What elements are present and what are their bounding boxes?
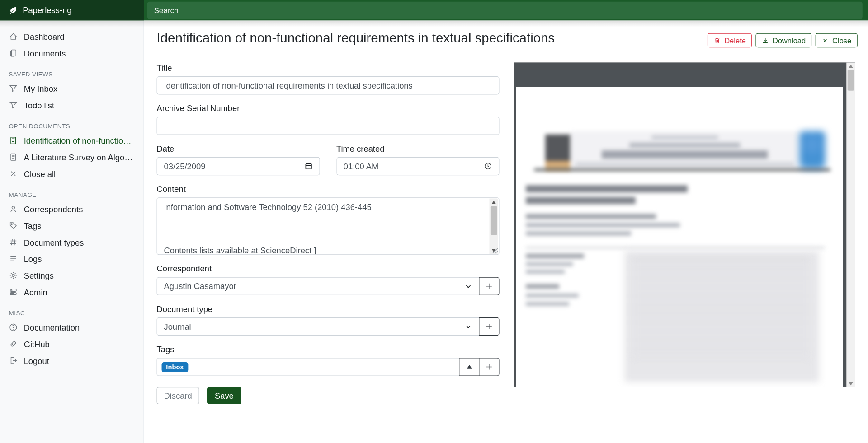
caret-up-icon xyxy=(467,365,472,369)
toggles-icon xyxy=(9,288,18,297)
sidebar-section-open-documents: OPEN DOCUMENTS xyxy=(0,113,143,132)
file-text-icon xyxy=(9,136,18,145)
document-type-label: Document type xyxy=(157,304,500,313)
sidebar-section-misc: MISC xyxy=(0,300,143,319)
scrollbar-thumb[interactable] xyxy=(491,206,497,235)
main-content: Identification of non-functional require… xyxy=(144,20,868,443)
sidebar-item-my-inbox[interactable]: My Inbox xyxy=(0,80,143,97)
scroll-up-icon[interactable] xyxy=(489,199,498,206)
time-created-input[interactable]: 01:00 AM xyxy=(336,157,500,175)
scroll-down-icon[interactable] xyxy=(846,380,855,387)
sidebar-item-correspondents[interactable]: Correspondents xyxy=(0,201,143,217)
page-title: Identification of non-functional require… xyxy=(157,30,555,46)
publisher-logo xyxy=(799,131,826,170)
pdf-scrollbar-thumb[interactable] xyxy=(848,70,854,91)
document-header: Identification of non-functional require… xyxy=(157,30,858,47)
top-navbar: Paperless-ng xyxy=(0,0,868,20)
clock-icon[interactable] xyxy=(484,162,492,170)
sidebar-open-doc-2[interactable]: A Literature Survey on Algorithms for Mu… xyxy=(0,149,143,165)
time-created-label: Time created xyxy=(336,144,500,153)
sidebar-section-manage: MANAGE xyxy=(0,182,143,201)
gear-icon xyxy=(9,271,18,280)
chevron-down-icon xyxy=(464,282,472,290)
content-scrollbar[interactable] xyxy=(489,199,498,254)
document-type-select[interactable]: Journal xyxy=(157,317,480,336)
asn-label: Archive Serial Number xyxy=(157,103,500,113)
date-input[interactable]: 03/25/2009 xyxy=(157,157,320,175)
document-actions: Delete Download Close xyxy=(708,33,857,47)
file-text-icon xyxy=(9,153,18,162)
sidebar-item-tags[interactable]: Tags xyxy=(0,217,143,234)
collapse-tags-button[interactable] xyxy=(459,358,479,376)
tags-field[interactable]: Inbox xyxy=(157,358,460,376)
chevron-down-icon xyxy=(464,322,472,330)
sidebar-item-dashboard[interactable]: Dashboard xyxy=(0,28,143,45)
plus-icon xyxy=(485,322,493,331)
sidebar-item-document-types[interactable]: Document types xyxy=(0,234,143,251)
tag-badge[interactable]: Inbox xyxy=(162,362,189,372)
close-icon xyxy=(9,169,18,178)
documents-icon xyxy=(9,49,18,58)
sidebar-item-admin[interactable]: Admin xyxy=(0,284,143,300)
app-brand[interactable]: Paperless-ng xyxy=(0,0,144,20)
sidebar-item-settings[interactable]: Settings xyxy=(0,267,143,284)
leaf-logo-icon xyxy=(8,6,17,15)
tags-label: Tags xyxy=(157,345,500,354)
resize-grip-icon[interactable] xyxy=(492,248,498,254)
logout-icon xyxy=(9,356,18,365)
add-document-type-button[interactable] xyxy=(479,317,499,336)
sidebar-section-saved-views: SAVED VIEWS xyxy=(0,61,143,80)
sidebar-item-close-all[interactable]: Close all xyxy=(0,165,143,182)
sidebar-item-logs[interactable]: Logs xyxy=(0,251,143,267)
plus-icon xyxy=(485,363,493,371)
sidebar-item-todo-list[interactable]: Todo list xyxy=(0,97,143,113)
question-circle-icon xyxy=(9,323,18,332)
download-button[interactable]: Download xyxy=(756,33,812,47)
pdf-scrollbar[interactable] xyxy=(846,62,855,387)
date-label: Date xyxy=(157,144,320,153)
sidebar-open-doc-1[interactable]: Identification of non-functional require… xyxy=(0,132,143,149)
add-tag-button[interactable] xyxy=(479,358,499,376)
filter-icon xyxy=(9,101,18,110)
list-lines-icon xyxy=(9,254,18,263)
content-textarea[interactable]: Information and Software Technology 52 (… xyxy=(157,197,500,255)
delete-button[interactable]: Delete xyxy=(708,33,752,47)
close-button[interactable]: Close xyxy=(816,33,857,47)
add-correspondent-button[interactable] xyxy=(479,277,499,295)
sidebar-item-documents[interactable]: Documents xyxy=(0,45,143,61)
home-icon xyxy=(9,32,18,41)
title-label: Title xyxy=(157,63,500,73)
sidebar-item-documentation[interactable]: Documentation xyxy=(0,319,143,336)
title-input[interactable]: Identification of non-functional require… xyxy=(157,76,500,94)
scroll-up-icon[interactable] xyxy=(846,62,855,70)
person-icon xyxy=(9,205,18,214)
brand-name: Paperless-ng xyxy=(23,5,71,15)
form-buttons: Discard Save xyxy=(157,387,500,404)
hash-icon xyxy=(9,238,18,247)
content-text[interactable]: Information and Software Technology 52 (… xyxy=(157,198,490,254)
trash-icon xyxy=(714,37,721,44)
close-icon xyxy=(822,37,829,44)
asn-input[interactable] xyxy=(157,117,500,135)
download-icon xyxy=(762,37,769,44)
pdf-preview-viewer[interactable] xyxy=(514,62,855,387)
correspondent-label: Correspondent xyxy=(157,264,500,273)
search-input[interactable] xyxy=(147,2,863,19)
save-button[interactable]: Save xyxy=(207,387,241,404)
app-root: Paperless-ng Dashboard Documents SAVED V… xyxy=(0,0,868,443)
content-label: Content xyxy=(157,184,500,194)
document-form: Title Identification of non-functional r… xyxy=(157,63,500,405)
filter-icon xyxy=(9,84,18,93)
discard-button[interactable]: Discard xyxy=(157,387,199,404)
sidebar-item-logout[interactable]: Logout xyxy=(0,352,143,369)
pdf-page xyxy=(516,87,843,387)
link-icon xyxy=(9,340,18,349)
sidebar: Dashboard Documents SAVED VIEWS My Inbox… xyxy=(0,20,144,443)
journal-cover-thumb xyxy=(545,135,570,171)
correspondent-select[interactable]: Agustin Casamayor xyxy=(157,277,480,295)
plus-icon xyxy=(485,282,493,290)
calendar-icon[interactable] xyxy=(304,162,312,170)
sidebar-item-github[interactable]: GitHub xyxy=(0,336,143,352)
tag-icon xyxy=(9,221,18,230)
